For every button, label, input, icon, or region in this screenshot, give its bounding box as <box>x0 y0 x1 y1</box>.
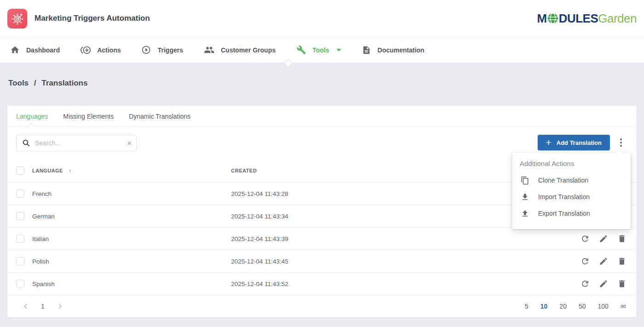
modulesgarden-logo: M DULES Garden <box>537 11 637 26</box>
created-cell: 2025-12-04 11:43:52 <box>231 281 288 287</box>
row-actions <box>580 257 637 266</box>
menu-item-import-translation[interactable]: Import Translation <box>512 189 631 205</box>
additional-actions-menu: Additional Actions Clone Translation Imp… <box>512 153 631 229</box>
nav-item-documentation[interactable]: Documentation <box>362 46 424 55</box>
chevron-left-icon <box>22 303 29 310</box>
pencil-icon <box>599 257 608 266</box>
page-size-options: 5 10 20 50 100 ∞ <box>525 302 626 311</box>
table-row: Polish 2025-12-04 11:43:45 <box>7 250 637 272</box>
page-size-100[interactable]: 100 <box>598 303 609 310</box>
row-checkbox[interactable] <box>16 212 24 220</box>
language-cell: French <box>32 190 52 197</box>
page-size-5[interactable]: 5 <box>525 303 528 310</box>
nav-item-tools[interactable]: Tools <box>296 45 341 55</box>
edit-button[interactable] <box>599 257 608 266</box>
page-size-all[interactable]: ∞ <box>621 302 626 311</box>
target-dart-icon <box>10 11 25 26</box>
document-icon <box>362 46 371 55</box>
row-checkbox[interactable] <box>16 257 24 265</box>
page-size-20[interactable]: 20 <box>559 303 567 310</box>
nav-item-triggers[interactable]: Triggers <box>141 45 183 55</box>
app-header: Marketing Triggers Automation M DULES Ga… <box>0 0 644 37</box>
breadcrumb-section[interactable]: Tools <box>8 79 29 87</box>
tab-dynamic-translations[interactable]: Dynamic Translations <box>129 113 191 120</box>
page-title: Marketing Triggers Automation <box>35 14 150 23</box>
breadcrumb-separator: / <box>34 79 36 87</box>
tab-languages[interactable]: Languages <box>16 113 48 120</box>
trash-icon <box>617 257 627 266</box>
trash-icon <box>617 279 627 288</box>
row-checkbox[interactable] <box>16 189 24 198</box>
search-icon <box>22 139 30 147</box>
app-logo <box>7 9 27 29</box>
page: Marketing Triggers Automation M DULES Ga… <box>0 0 644 327</box>
refresh-button[interactable] <box>580 279 590 288</box>
chevron-right-icon <box>56 303 64 310</box>
page-number[interactable]: 1 <box>41 303 45 310</box>
pencil-icon <box>599 279 608 288</box>
created-cell: 2025-12-04 11:43:45 <box>231 258 288 265</box>
pencil-icon <box>599 234 608 243</box>
column-header-created[interactable]: CREATED <box>231 168 257 173</box>
globe-icon <box>547 13 558 24</box>
chevron-down-icon <box>337 49 341 52</box>
row-actions <box>580 279 637 288</box>
breadcrumb: Tools / Translations <box>8 79 87 88</box>
pagination: 1 5 10 20 50 100 ∞ <box>7 295 637 317</box>
created-cell: 2025-12-04 11:43:34 <box>231 213 288 220</box>
import-download-icon <box>521 193 529 201</box>
edit-button[interactable] <box>599 234 608 243</box>
delete-button[interactable] <box>617 279 627 288</box>
refresh-icon <box>580 234 590 243</box>
edit-button[interactable] <box>599 279 608 288</box>
more-actions-button[interactable] <box>614 135 628 150</box>
menu-item-export-translation[interactable]: Export Translation <box>512 205 631 222</box>
menu-title: Additional Actions <box>512 153 631 172</box>
table-row: Spanish 2025-12-04 11:43:52 <box>7 272 637 295</box>
table-row: Italian 2025-12-04 11:43:39 <box>7 227 637 250</box>
refresh-button[interactable] <box>580 257 590 266</box>
menu-item-clone-translation[interactable]: Clone Translation <box>512 172 631 189</box>
circle-plus-duplicate-icon <box>81 45 91 55</box>
language-cell: Polish <box>32 258 49 265</box>
search-input[interactable] <box>35 139 127 147</box>
home-icon <box>10 45 20 55</box>
page-size-50[interactable]: 50 <box>579 303 586 310</box>
nav-item-dashboard[interactable]: Dashboard <box>10 45 60 55</box>
more-actions-icon <box>620 138 622 140</box>
previous-page-button[interactable] <box>22 303 29 310</box>
created-cell: 2025-12-04 11:43:39 <box>231 235 288 242</box>
breadcrumb-page: Translations <box>41 79 87 87</box>
nav-item-actions[interactable]: Actions <box>81 45 121 55</box>
tab-missing-elements[interactable]: Missing Elements <box>63 113 114 120</box>
delete-button[interactable] <box>617 234 627 243</box>
language-cell: German <box>32 213 55 220</box>
refresh-icon <box>580 257 590 266</box>
plus-icon: + <box>546 138 551 147</box>
select-all-checkbox[interactable] <box>16 166 24 175</box>
row-checkbox[interactable] <box>16 235 24 243</box>
add-translation-button[interactable]: + Add Translation <box>538 135 610 150</box>
nav-item-customer-groups[interactable]: Customer Groups <box>204 45 276 55</box>
language-cell: Italian <box>32 235 49 242</box>
export-upload-icon <box>521 209 529 218</box>
language-cell: Spanish <box>32 281 55 287</box>
trash-icon <box>617 234 627 243</box>
delete-button[interactable] <box>617 257 627 266</box>
clone-icon <box>521 176 529 185</box>
clear-search-icon[interactable]: × <box>127 139 132 147</box>
main-nav: Dashboard Actions Triggers Customer Grou… <box>0 37 644 63</box>
row-checkbox[interactable] <box>16 280 24 288</box>
tab-bar: Languages Missing Elements Dynamic Trans… <box>7 106 637 127</box>
next-page-button[interactable] <box>56 303 64 310</box>
people-icon <box>204 45 215 55</box>
sort-ascending-icon[interactable]: ↑ <box>69 167 72 174</box>
created-cell: 2025-12-04 11:43:28 <box>231 190 288 197</box>
wrench-icon <box>296 45 306 55</box>
column-header-language[interactable]: LANGUAGE <box>32 168 63 173</box>
play-circle-icon <box>141 45 151 55</box>
row-actions <box>580 234 637 243</box>
page-size-10[interactable]: 10 <box>540 303 548 310</box>
search-box: × <box>16 135 137 151</box>
refresh-button[interactable] <box>580 234 590 243</box>
